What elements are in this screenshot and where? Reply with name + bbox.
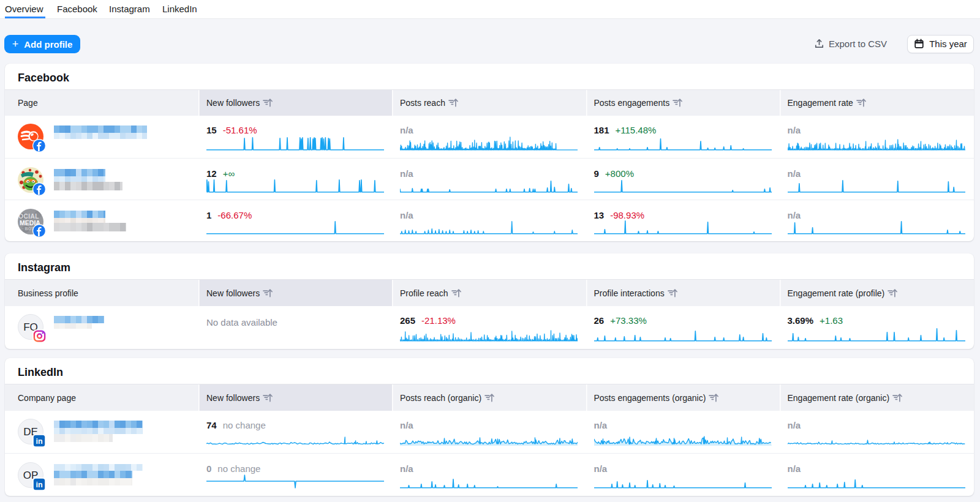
svg-text:in: in xyxy=(36,437,42,446)
svg-text:in: in xyxy=(36,481,42,489)
